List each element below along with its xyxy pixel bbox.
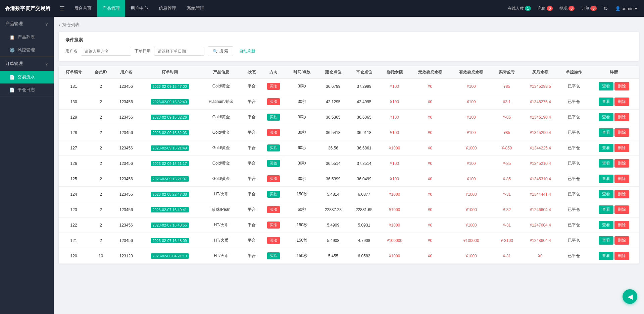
open-price: 5.4909 (318, 217, 349, 233)
delete-button[interactable]: 删除 (614, 113, 629, 121)
col-平仓点位: 平仓点位 (349, 66, 380, 79)
nav-link-用户中心[interactable]: 用户中心 (125, 0, 153, 17)
sidebar-item-trade-flow[interactable]: 📄 交易流水 (0, 71, 54, 83)
sidebar-section-order: 订单管理 ∨ 📄 交易流水 📄 平仓日志 (0, 57, 54, 97)
nav-link-系统管理[interactable]: 系统管理 (182, 0, 210, 17)
balance: ¥1247604.4 (522, 217, 559, 233)
col-产品信息: 产品信息 (200, 66, 242, 79)
view-button[interactable]: 查看 (599, 82, 613, 90)
status: 平合 (242, 171, 261, 187)
order-time-tag: 2023-02-09 15:32:26 (151, 115, 189, 120)
order-time: 2023-02-09 15:32:03 (139, 125, 200, 140)
order-time-tag: 2023-02-09 15:32:40 (151, 99, 189, 105)
pnl: ¥85 (492, 125, 522, 140)
delete-button[interactable]: 删除 (614, 82, 629, 90)
view-button[interactable]: 查看 (599, 144, 613, 152)
status: 平合 (242, 187, 261, 202)
operation: 已平仓 (559, 156, 589, 171)
sidebar-section-order-header[interactable]: 订单管理 ∨ (0, 57, 54, 71)
actions[interactable]: 查看删除 (589, 233, 639, 248)
actions[interactable]: 查看删除 (589, 248, 639, 264)
auto-refresh-button[interactable]: 自动刷新 (237, 47, 258, 56)
open-price: 42.1295 (318, 94, 349, 110)
order-time: 2023-02-08 22:47:38 (139, 187, 200, 202)
sidebar-item-product-list[interactable]: 📋 产品列表 (0, 31, 54, 44)
view-button[interactable]: 查看 (599, 252, 613, 260)
entrust: ¥100 (380, 79, 409, 94)
search-button[interactable]: 🔍 搜 索 (208, 46, 233, 56)
order-label: 订单 (581, 6, 589, 11)
actions[interactable]: 查看删除 (589, 217, 639, 233)
delete-button[interactable]: 删除 (614, 252, 629, 260)
delete-button[interactable]: 删除 (614, 144, 629, 152)
view-button[interactable]: 查看 (599, 175, 613, 183)
actions[interactable]: 查看删除 (589, 140, 639, 156)
order-time-tag: 2023-02-08 22:47:38 (151, 192, 189, 197)
actions[interactable]: 查看删除 (589, 125, 639, 140)
recharge-item[interactable]: 充值 0 (535, 6, 555, 11)
sidebar-item-risk-control[interactable]: ⚙️ 风控管理 (0, 44, 54, 56)
view-button[interactable]: 查看 (599, 159, 613, 168)
order-id: 122 (59, 217, 89, 233)
delete-button[interactable]: 删除 (614, 98, 629, 106)
order-item[interactable]: 订单 0 (579, 6, 599, 11)
view-button[interactable]: 查看 (599, 128, 613, 137)
admin-button[interactable]: 👤 admin ▾ (612, 6, 641, 11)
sidebar-section-product-header[interactable]: 产品管理 ∨ (0, 17, 54, 31)
direction-tag: 买涨 (267, 98, 280, 105)
invalid: ¥0 (409, 79, 451, 94)
close-price: 4.7908 (349, 233, 380, 248)
view-button[interactable]: 查看 (599, 221, 613, 229)
nav-link-产品管理[interactable]: 产品管理 (97, 0, 125, 17)
member-id: 2 (89, 94, 113, 110)
direction-tag: 买涨 (267, 175, 280, 182)
entrust: ¥1000 (380, 140, 409, 156)
actions[interactable]: 查看删除 (589, 156, 639, 171)
nav-link-后台首页[interactable]: 后台首页 (69, 0, 97, 17)
nav-link-信息管理[interactable]: 信息管理 (153, 0, 182, 17)
float-button[interactable]: ◀ (623, 289, 637, 304)
withdraw-item[interactable]: 提现 0 (557, 6, 577, 11)
entrust: ¥100000 (380, 233, 409, 248)
member-id: 2 (89, 217, 113, 233)
delete-button[interactable]: 删除 (614, 175, 629, 183)
open-price: 36.5514 (318, 156, 349, 171)
view-button[interactable]: 查看 (599, 98, 613, 106)
operation: 已平仓 (559, 171, 589, 187)
delete-button[interactable]: 删除 (614, 159, 629, 168)
delete-button[interactable]: 删除 (614, 205, 629, 214)
actions[interactable]: 查看删除 (589, 187, 639, 202)
direction: 买涨 (261, 202, 286, 217)
view-button[interactable]: 查看 (599, 205, 613, 214)
actions[interactable]: 查看删除 (589, 94, 639, 110)
order-time-tag: 2023-02-09 15:21:07 (151, 176, 189, 182)
date-input[interactable] (154, 47, 204, 56)
seconds: 30秒 (286, 125, 318, 140)
menu-icon[interactable]: ☰ (55, 5, 69, 12)
actions[interactable]: 查看删除 (589, 110, 639, 125)
operation: 已平仓 (559, 79, 589, 94)
actions[interactable]: 查看删除 (589, 202, 639, 217)
view-button[interactable]: 查看 (599, 190, 613, 198)
entrust: ¥100 (380, 125, 409, 140)
delete-button[interactable]: 删除 (614, 236, 629, 245)
recharge-label: 充值 (538, 6, 546, 11)
seconds: 150秒 (286, 217, 318, 233)
username-input[interactable] (81, 47, 131, 56)
order-time: 2023-02-07 16:48:55 (139, 217, 200, 233)
delete-button[interactable]: 删除 (614, 190, 629, 198)
actions[interactable]: 查看删除 (589, 79, 639, 94)
view-button[interactable]: 查看 (599, 113, 613, 121)
balance: ¥1345310.4 (522, 171, 559, 187)
invalid: ¥0 (409, 248, 451, 264)
close-log-icon: 📄 (9, 87, 15, 92)
order-id: 128 (59, 125, 89, 140)
open-price: 36.5418 (318, 125, 349, 140)
actions[interactable]: 查看删除 (589, 171, 639, 187)
sidebar-item-close-log[interactable]: 📄 平仓日志 (0, 83, 54, 96)
valid: ¥1000 (451, 140, 492, 156)
view-button[interactable]: 查看 (599, 236, 613, 245)
refresh-icon[interactable]: ↻ (601, 5, 610, 12)
delete-button[interactable]: 删除 (614, 221, 629, 229)
delete-button[interactable]: 删除 (614, 128, 629, 137)
